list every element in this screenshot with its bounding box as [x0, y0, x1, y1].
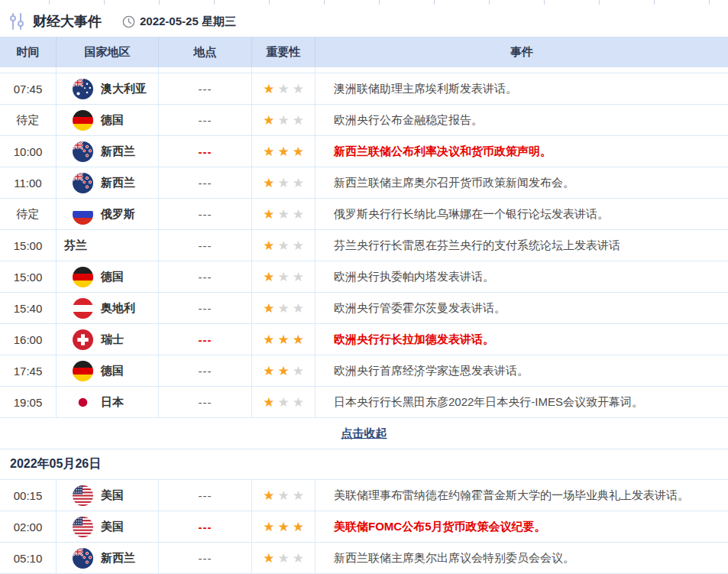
importance-stars: ★★★ — [252, 199, 315, 229]
event-row: 15:00 德国---★★★欧洲央行执委帕内塔发表讲话。 — [0, 261, 728, 293]
country-name: 澳大利亚 — [101, 82, 147, 96]
country-cell: 新西兰 — [57, 136, 159, 167]
event-time: 15:40 — [0, 293, 57, 323]
event-time: 07:45 — [0, 73, 57, 104]
event-time: 16:00 — [0, 324, 57, 355]
star-icon: ★ — [277, 333, 289, 346]
importance-stars: ★★★ — [252, 543, 315, 573]
event-text: 美联储FOMC公布5月货币政策会议纪要。 — [315, 511, 728, 542]
importance-stars: ★★★ — [252, 387, 315, 417]
event-row: 05:10 新西兰---★★★新西兰联储主席奥尔出席议会特别委员会会议。 — [0, 543, 728, 574]
col-header-time: 时间 — [0, 37, 57, 67]
event-location: --- — [159, 543, 252, 573]
country-cell: 新西兰 — [57, 167, 159, 198]
star-icon: ★ — [293, 239, 304, 252]
col-header-country: 国家地区 — [57, 37, 159, 67]
event-row: 07:45 澳大利亚---★★★澳洲联储助理主席埃利斯发表讲话。 — [0, 73, 728, 105]
star-icon: ★ — [277, 271, 289, 284]
star-icon: ★ — [293, 520, 304, 533]
importance-stars: ★★★ — [252, 511, 315, 542]
event-text: 欧洲央行执委帕内塔发表讲话。 — [315, 261, 728, 292]
country-cell: 美国 — [57, 511, 159, 542]
star-icon: ★ — [277, 208, 289, 221]
col-header-importance: 重要性 — [252, 37, 315, 67]
country-name: 俄罗斯 — [101, 207, 135, 222]
current-date: 2022-05-25 星期三 — [140, 15, 236, 29]
event-row: 15:40 奥地利---★★★欧洲央行管委霍尔茨曼发表讲话。 — [0, 293, 728, 324]
event-location: --- — [159, 261, 252, 292]
country-cell: 芬兰 — [57, 230, 159, 261]
event-row: 17:45 德国---★★★欧洲央行首席经济学家连恩发表讲话。 — [0, 355, 728, 387]
flag-germany-icon — [73, 361, 93, 381]
star-icon: ★ — [277, 489, 289, 502]
country-cell: 美国 — [57, 480, 159, 511]
page-title: 财经大事件 — [33, 12, 102, 31]
country-cell: 德国 — [57, 355, 159, 386]
event-text: 美联储理事布雷纳德在约翰霍普金斯大学的一场毕业典礼上发表讲话。 — [315, 480, 728, 511]
star-icon: ★ — [263, 333, 274, 346]
star-icon: ★ — [263, 489, 274, 502]
star-icon: ★ — [293, 365, 304, 378]
event-row: 00:15 美国---★★★美联储理事布雷纳德在约翰霍普金斯大学的一场毕业典礼上… — [0, 480, 728, 511]
date-section-header: 2022年05月26日 — [0, 449, 728, 480]
event-time: 10:00 — [0, 136, 57, 167]
star-icon: ★ — [263, 208, 274, 221]
event-location: --- — [159, 480, 252, 511]
country-cell: 德国 — [57, 105, 159, 135]
star-icon: ★ — [277, 145, 289, 158]
country-cell: 新西兰 — [57, 543, 159, 573]
star-icon: ★ — [293, 552, 304, 565]
flag-switzerland-icon — [73, 329, 93, 350]
star-icon: ★ — [263, 145, 274, 158]
flag-germany-icon — [73, 267, 93, 287]
star-icon: ★ — [263, 271, 274, 284]
star-icon: ★ — [293, 333, 304, 346]
flag-new-zealand-icon — [73, 173, 93, 193]
event-text: 新西兰联储主席奥尔出席议会特别委员会会议。 — [315, 543, 728, 573]
event-location: --- — [159, 355, 252, 386]
top-tick-marks — [0, 0, 728, 6]
country-name: 奥地利 — [101, 301, 135, 316]
col-header-event: 事件 — [315, 37, 728, 67]
star-icon: ★ — [277, 365, 289, 378]
country-name: 德国 — [101, 270, 124, 284]
event-location: --- — [159, 511, 252, 542]
star-icon: ★ — [277, 83, 289, 96]
star-icon: ★ — [277, 114, 289, 127]
flag-usa-icon — [73, 517, 93, 537]
col-header-location: 地点 — [159, 37, 252, 67]
country-name: 瑞士 — [101, 332, 124, 347]
event-time: 待定 — [0, 105, 57, 135]
event-row: 11:00 新西兰---★★★新西兰联储主席奥尔召开货币政策新闻发布会。 — [0, 167, 728, 199]
collapse-row: 点击收起 — [0, 418, 728, 449]
star-icon: ★ — [293, 208, 304, 221]
event-location: --- — [159, 73, 252, 104]
importance-stars: ★★★ — [252, 73, 315, 104]
flag-new-zealand-icon — [73, 141, 93, 162]
importance-stars: ★★★ — [252, 167, 315, 198]
importance-stars: ★★★ — [252, 355, 315, 386]
event-location: --- — [159, 167, 252, 198]
event-location: --- — [159, 324, 252, 355]
star-icon: ★ — [263, 365, 274, 378]
star-icon: ★ — [293, 396, 304, 409]
event-text: 俄罗斯央行行长纳比乌琳娜在一个银行论坛发表讲话。 — [315, 199, 728, 229]
event-location: --- — [159, 230, 252, 261]
star-icon: ★ — [277, 177, 289, 190]
star-icon: ★ — [277, 520, 289, 533]
star-icon: ★ — [277, 552, 289, 565]
event-text: 新西兰联储公布利率决议和货币政策声明。 — [315, 136, 728, 167]
event-location: --- — [159, 105, 252, 135]
importance-stars: ★★★ — [252, 105, 315, 135]
event-row: 待定 俄罗斯---★★★俄罗斯央行行长纳比乌琳娜在一个银行论坛发表讲话。 — [0, 199, 728, 230]
event-row: 19:05 日本---★★★日本央行行长黑田东彦2022年日本央行-IMES会议… — [0, 387, 728, 418]
star-icon: ★ — [293, 177, 304, 190]
country-name: 德国 — [101, 364, 124, 378]
star-icon: ★ — [263, 302, 274, 315]
star-icon: ★ — [263, 552, 274, 565]
star-icon: ★ — [263, 520, 274, 533]
event-row: 10:00 新西兰---★★★新西兰联储公布利率决议和货币政策声明。 — [0, 136, 728, 167]
star-icon: ★ — [293, 114, 304, 127]
collapse-link[interactable]: 点击收起 — [341, 426, 387, 441]
event-location: --- — [159, 387, 252, 417]
